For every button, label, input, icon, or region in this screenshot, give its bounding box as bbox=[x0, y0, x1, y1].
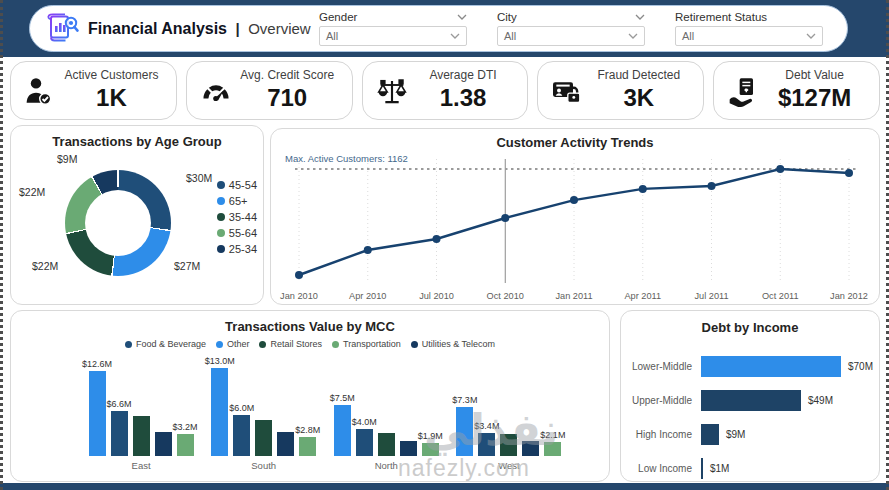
chevron-down-icon bbox=[806, 33, 816, 39]
mcc-legend: Food & BeverageOtherRetail StoresTranspo… bbox=[11, 339, 609, 349]
kpi-row: Active Customers 1K Avg. Credit Score 71… bbox=[10, 61, 880, 120]
bar[interactable]: $2.1M bbox=[544, 430, 561, 456]
bar[interactable] bbox=[500, 434, 517, 456]
transactions-value-by-mcc-card: Transactions Value by MCC Food & Beverag… bbox=[10, 310, 610, 482]
bar[interactable] bbox=[701, 424, 719, 445]
donut-label-25-34: $9M bbox=[57, 153, 77, 165]
kpi-active-customers: Active Customers 1K bbox=[10, 61, 177, 120]
legend-label: 25-34 bbox=[229, 243, 257, 255]
bar-value-label: $49M bbox=[808, 395, 833, 406]
mcc-legend-item[interactable]: Utilities & Telecom bbox=[411, 339, 495, 349]
filter-city-dropdown[interactable]: All bbox=[497, 26, 645, 46]
filter-retirement-status-header[interactable]: Retirement Status bbox=[675, 11, 823, 23]
data-point[interactable] bbox=[364, 246, 372, 254]
bar[interactable] bbox=[701, 458, 703, 479]
bar[interactable]: $6.0M bbox=[233, 403, 250, 456]
bar-rect bbox=[456, 407, 473, 456]
data-point[interactable] bbox=[776, 165, 784, 173]
chart-title: Transactions by Age Group bbox=[11, 126, 263, 149]
data-point[interactable] bbox=[845, 169, 853, 177]
bar-group: $7.3M$3.4M$2.1MWest bbox=[456, 356, 561, 471]
bar-value-label: $13.0M bbox=[191, 356, 248, 366]
hand-document-icon bbox=[726, 75, 760, 107]
donut-legend-item[interactable]: 35-44 bbox=[217, 211, 257, 223]
bar-value-label: $7.3M bbox=[436, 395, 493, 405]
kpi-value: 3K bbox=[584, 84, 693, 112]
data-point[interactable] bbox=[708, 182, 716, 190]
data-point[interactable] bbox=[295, 271, 303, 279]
bar-rect bbox=[356, 429, 373, 456]
x-axis-label: Jan 2012 bbox=[830, 291, 868, 301]
bar[interactable] bbox=[155, 432, 172, 456]
legend-dot-icon bbox=[411, 341, 418, 348]
kpi-value: 1K bbox=[57, 84, 166, 112]
debt-row: Low Income$1M bbox=[629, 451, 873, 485]
bar[interactable] bbox=[277, 432, 294, 456]
x-axis-label: Jan 2010 bbox=[280, 291, 318, 301]
legend-dot-icon bbox=[125, 341, 132, 348]
bar[interactable] bbox=[133, 416, 150, 456]
kpi-label: Active Customers bbox=[57, 69, 166, 83]
filter-gender-dropdown[interactable]: All bbox=[319, 26, 467, 46]
legend-label: Retail Stores bbox=[270, 339, 322, 349]
bar-rect bbox=[177, 434, 194, 456]
customer-activity-trends-card: Customer Activity Trends Max. Active Cus… bbox=[270, 128, 880, 305]
filter-city-header[interactable]: City bbox=[497, 11, 645, 23]
donut-label-55-64: $22M bbox=[19, 186, 45, 198]
mcc-legend-item[interactable]: Retail Stores bbox=[259, 339, 322, 349]
bar-rect bbox=[89, 371, 106, 456]
legend-dot-icon bbox=[217, 197, 225, 205]
bar[interactable] bbox=[255, 420, 272, 456]
bar[interactable] bbox=[378, 433, 395, 456]
filter-gender-header[interactable]: Gender bbox=[319, 11, 467, 23]
bar[interactable]: $4.0M bbox=[356, 417, 373, 456]
category-label: Low Income bbox=[629, 463, 701, 474]
bar-rect bbox=[378, 433, 395, 456]
transactions-by-age-group-card: Transactions by Age Group $9M $30M $22M … bbox=[10, 125, 264, 305]
bar-value-label: $1M bbox=[710, 463, 729, 474]
legend-dot-icon bbox=[332, 341, 339, 348]
mcc-legend-item[interactable]: Transportation bbox=[332, 339, 401, 349]
donut-legend: 45-5465+35-4455-6425-34 bbox=[217, 179, 257, 255]
data-point[interactable] bbox=[639, 185, 647, 193]
bar[interactable]: $1.9M bbox=[422, 431, 439, 456]
bar-plot: $12.6M$6.6M$3.2MEast$13.0M$6.0M$2.8MSout… bbox=[71, 357, 579, 471]
kpi-label: Average DTI bbox=[409, 69, 518, 83]
bar-value-label: $6.6M bbox=[91, 399, 148, 409]
bar-rect bbox=[255, 420, 272, 456]
donut-legend-item[interactable]: 65+ bbox=[217, 195, 257, 207]
bar-value-label: $3.2M bbox=[157, 422, 214, 432]
chevron-down-icon bbox=[635, 14, 645, 20]
bar-value-label: $12.6M bbox=[69, 359, 126, 369]
bar-rect bbox=[277, 432, 294, 456]
bar[interactable] bbox=[522, 441, 539, 456]
mcc-legend-item[interactable]: Food & Beverage bbox=[125, 339, 206, 349]
bar[interactable]: $3.4M bbox=[478, 421, 495, 456]
data-point[interactable] bbox=[433, 235, 441, 243]
filter-gender-label: Gender bbox=[319, 11, 357, 23]
filter-gender: Gender All bbox=[319, 11, 467, 46]
bar[interactable] bbox=[701, 390, 801, 411]
bar-value-label: $7.5M bbox=[314, 393, 371, 403]
bar-value-label: $70M bbox=[848, 361, 873, 372]
kpi-value: $127M bbox=[760, 84, 869, 112]
data-point[interactable] bbox=[501, 214, 509, 222]
x-axis-label: Oct 2011 bbox=[762, 291, 799, 301]
bar-rect bbox=[522, 441, 539, 456]
filter-retirement-status: Retirement Status All bbox=[675, 11, 823, 46]
bar[interactable]: $3.2M bbox=[177, 422, 194, 456]
bar[interactable] bbox=[701, 356, 841, 377]
filter-retirement-status-dropdown[interactable]: All bbox=[675, 26, 823, 46]
debt-row: Lower-Middle$70M bbox=[629, 349, 873, 383]
legend-label: 65+ bbox=[229, 195, 248, 207]
bar-rect bbox=[233, 415, 250, 456]
bar[interactable] bbox=[400, 441, 417, 456]
data-point[interactable] bbox=[570, 196, 578, 204]
donut-legend-item[interactable]: 25-34 bbox=[217, 243, 257, 255]
bar[interactable]: $6.6M bbox=[111, 399, 128, 456]
person-check-icon bbox=[23, 75, 57, 107]
donut-legend-item[interactable]: 45-54 bbox=[217, 179, 257, 191]
bar[interactable]: $2.8M bbox=[299, 425, 316, 456]
mcc-legend-item[interactable]: Other bbox=[216, 339, 250, 349]
donut-legend-item[interactable]: 55-64 bbox=[217, 227, 257, 239]
